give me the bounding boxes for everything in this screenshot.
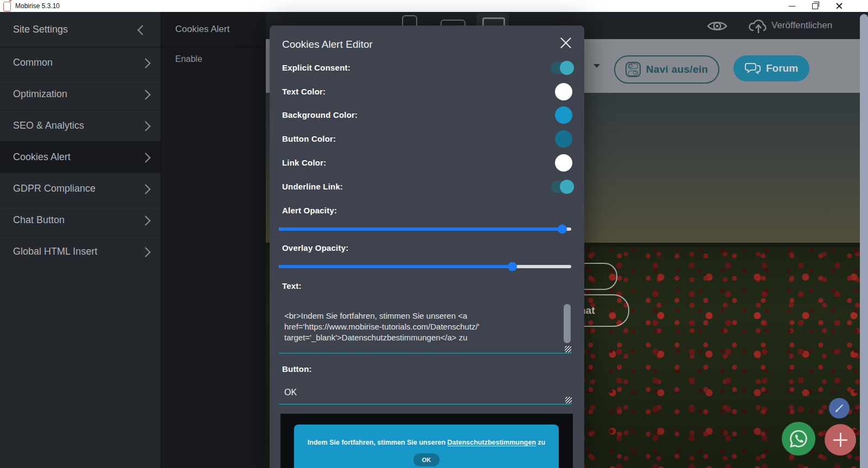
app-scrollbar[interactable] [860,14,868,468]
navi-toggle-button[interactable]: Navi aus/ein [614,55,719,84]
whatsapp-icon [788,428,809,450]
alert-text-textarea[interactable]: <br>Indem Sie fortfahren, stimmen Sie un… [279,300,571,353]
background-color-label: Background Color: [282,110,358,119]
alert-opacity-label: Alert Opacity: [282,206,337,215]
panel-title: Cookies Alert [175,12,229,47]
preview-alert-text: Indem Sie fortfahren, stimmen Sie unsere… [294,439,559,446]
button-color-label: Button Color: [282,134,336,143]
app-logo-spark-icon: * [9,0,11,5]
sidebar-item-common[interactable]: Common [0,47,161,79]
sidebar-item-label: Cookies Alert [13,141,71,173]
sidebar-item-label: Common [13,47,53,78]
chevron-right-icon [141,184,150,194]
preview-link[interactable]: Datenschutzbestimmungen [448,439,536,446]
switch-row [628,71,638,76]
sidebar-item-cookies-alert[interactable]: Cookies Alert [0,141,161,173]
close-window-button[interactable] [830,0,848,12]
link-color-label: Link Color: [282,158,326,167]
sidebar-item-label: Optimization [13,78,67,110]
switch-row [628,64,638,69]
sidebar-item-gdpr-compliance[interactable]: GDPR Compliance [0,173,161,205]
explicit-consent-label: Explicit Consent: [282,63,350,72]
cookies-alert-preview: Indem Sie fortfahren, stimmen Sie unsere… [280,414,573,468]
add-block-button[interactable] [825,424,856,456]
modal-title: Cookies Alert Editor [282,39,373,50]
chevron-right-icon [141,58,150,68]
button-text-input[interactable]: OK [279,380,571,404]
chat-bubbles-icon [745,62,761,75]
explicit-consent-toggle[interactable] [551,62,572,74]
textarea-resize-handle[interactable] [565,346,571,352]
link-color-swatch[interactable] [555,154,572,172]
minimize-button[interactable] [783,0,801,12]
switches-icon [626,62,641,77]
background-color-swatch[interactable] [555,106,572,124]
navi-button-label: Navi aus/ein [646,64,708,75]
dropdown-caret-icon [593,64,600,68]
sidebar-item-global-html-insert[interactable]: Global HTML Insert [0,236,161,268]
underline-link-label: Underline Link: [282,182,343,191]
text-field-label: Text: [282,281,302,290]
input-resize-handle[interactable] [565,397,572,403]
sidebar-item-label: Chat Button [13,204,65,236]
panel-header: Cookies Alert [161,12,266,47]
publish-button[interactable] [748,18,769,34]
chevron-left-icon [137,25,147,35]
slider-fill [279,265,513,268]
underline-link-toggle[interactable] [551,181,572,193]
sidebar-item-label: Global HTML Insert [13,236,97,267]
modal-close-button[interactable] [558,35,573,50]
close-icon [836,3,843,9]
eye-icon [706,20,728,33]
edit-style-button[interactable] [829,398,850,419]
back-button[interactable] [139,27,146,34]
toggle-knob [560,61,574,75]
textarea-scrollbar[interactable] [564,304,571,343]
sidebar-item-chat-button[interactable]: Chat Button [0,204,161,236]
button-color-swatch[interactable] [555,130,572,148]
preview-button[interactable] [706,20,728,33]
cookies-alert-editor-modal: Cookies Alert Editor Explicit Consent: T… [270,26,584,468]
sidebar-item-label: SEO & Analytics [13,110,84,141]
cloud-upload-icon [748,18,769,34]
chevron-right-icon [141,90,150,99]
forum-button[interactable]: Forum [733,55,809,81]
slider-knob[interactable] [508,262,517,271]
chevron-right-icon [141,153,150,162]
chevron-right-icon [141,247,150,257]
alert-opacity-slider[interactable] [279,227,571,231]
sidebar-title: Site Settings [13,12,68,47]
plus-icon [833,433,847,447]
enable-label: Enable [175,54,202,64]
overlay-opacity-slider[interactable] [279,265,571,268]
window-title: Mobirise 5.3.10 [15,0,60,12]
whatsapp-button[interactable] [782,422,815,456]
text-color-swatch[interactable] [555,83,572,100]
sidebar-item-seo-analytics[interactable]: SEO & Analytics [0,110,161,142]
button-text-value: OK [284,388,297,397]
slider-knob[interactable] [558,225,567,234]
sidebar-header: Site Settings [0,12,161,47]
titlebar: * Mobirise 5.3.10 [0,0,868,12]
app-window: * Mobirise 5.3.10 Site Settings Common O… [0,0,868,468]
sidebar-item-label: GDPR Compliance [13,173,95,204]
preview-text-after: zu [536,439,545,446]
chevron-right-icon [141,121,150,131]
overlay-opacity-label: Overlay Opacity: [282,243,348,252]
site-settings-sidebar: Site Settings Common Optimization SEO & … [0,12,161,468]
toggle-knob [560,180,574,194]
paintbrush-icon [834,403,845,414]
restore-icon [812,3,818,9]
alert-text-value: <br>Indem Sie fortfahren, stimmen Sie un… [284,311,556,343]
restore-button[interactable] [806,0,824,12]
chevron-right-icon [141,216,150,225]
text-color-label: Text Color: [282,87,326,96]
preview-ok-button[interactable]: OK [413,453,439,466]
preview-alert-box: Indem Sie fortfahren, stimmen Sie unsere… [294,425,559,468]
preview-text-before: Indem Sie fortfahren, stimmen Sie unsere… [308,439,448,446]
slider-fill [279,227,563,231]
minimize-icon [789,6,795,7]
forum-button-label: Forum [766,62,798,74]
publish-label[interactable]: Veröffentlichen [771,12,832,39]
sidebar-item-optimization[interactable]: Optimization [0,78,161,110]
